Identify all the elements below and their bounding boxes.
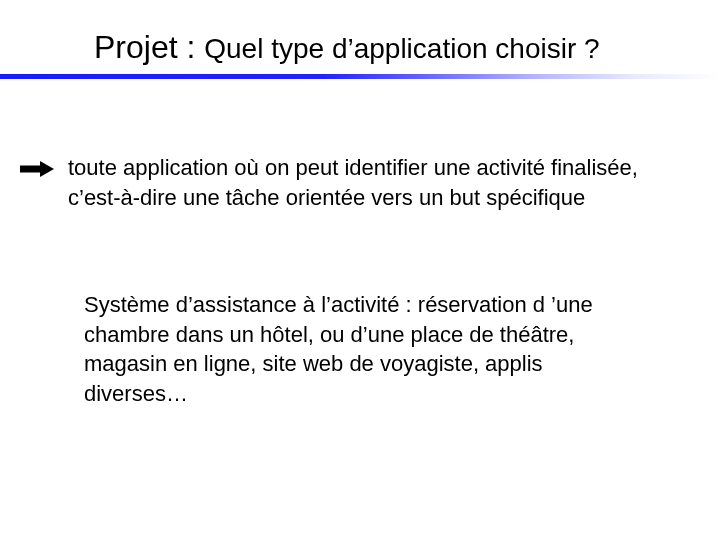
bullet-text: toute application où on peut identifier … [68,153,658,212]
svg-marker-1 [40,161,54,177]
slide: Projet : Quel type d’application choisir… [0,0,720,540]
title-rest: Quel type d’application choisir ? [204,33,599,64]
paragraph-text: Système d’assistance à l’activité : rése… [84,290,624,409]
arrow-right-icon [20,161,54,177]
slide-title: Projet : Quel type d’application choisir… [94,28,700,66]
title-lead: Projet : [94,29,204,65]
svg-rect-0 [20,166,40,173]
title-underline [0,74,720,79]
